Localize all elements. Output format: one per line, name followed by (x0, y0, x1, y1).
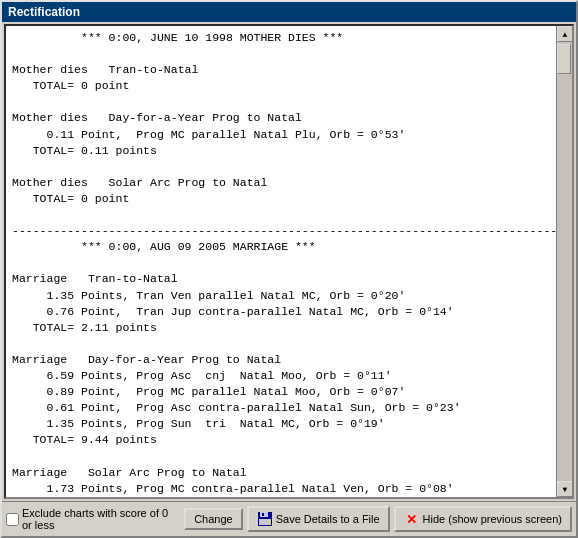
scroll-up-button[interactable]: ▲ (557, 26, 573, 42)
title-bar: Rectification (2, 2, 576, 22)
save-button-label: Save Details to a File (276, 513, 380, 525)
svg-rect-3 (259, 519, 271, 525)
window-title: Rectification (8, 5, 80, 19)
save-icon (257, 511, 273, 527)
rectification-window: Rectification *** 0:00, JUNE 10 1998 MOT… (0, 0, 578, 538)
bottom-bar: Exclude charts with score of 0 or less C… (2, 501, 576, 536)
hide-icon: ✕ (404, 511, 420, 527)
exclude-checkbox-area: Exclude charts with score of 0 or less (6, 507, 180, 531)
scrollbar[interactable]: ▲ ▼ (556, 26, 572, 497)
content-area: *** 0:00, JUNE 10 1998 MOTHER DIES *** M… (4, 24, 574, 499)
text-content[interactable]: *** 0:00, JUNE 10 1998 MOTHER DIES *** M… (6, 26, 556, 497)
hide-button-label: Hide (show previous screen) (423, 513, 562, 525)
exclude-checkbox[interactable] (6, 513, 19, 526)
exclude-label: Exclude charts with score of 0 or less (22, 507, 180, 531)
scroll-down-button[interactable]: ▼ (557, 481, 573, 497)
hide-button[interactable]: ✕ Hide (show previous screen) (394, 506, 572, 532)
scroll-thumb[interactable] (557, 44, 571, 74)
scroll-track[interactable] (557, 42, 572, 481)
svg-rect-2 (262, 513, 264, 516)
change-button-label: Change (194, 513, 233, 525)
save-button[interactable]: Save Details to a File (247, 506, 390, 532)
change-button[interactable]: Change (184, 508, 243, 530)
